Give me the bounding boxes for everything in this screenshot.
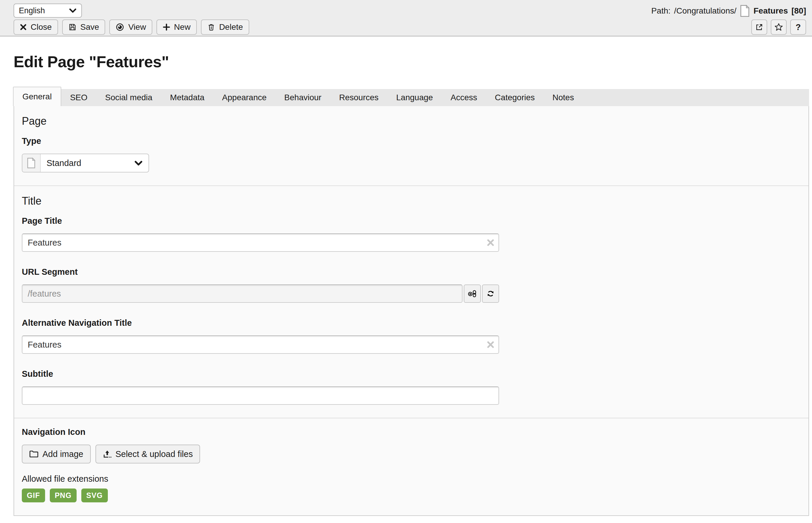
tab-behaviour[interactable]: Behaviour: [276, 89, 330, 106]
close-button[interactable]: Close: [14, 19, 58, 35]
page-title-input[interactable]: [22, 234, 499, 252]
extension-badges: GIF PNG SVG: [22, 488, 801, 502]
help-button[interactable]: ?: [790, 19, 806, 35]
select-upload-files-button-label: Select & upload files: [115, 449, 193, 459]
breadcrumb: Path: /Congratulations/ Features [80]: [651, 5, 806, 17]
extension-badge-svg: SVG: [81, 488, 108, 502]
question-mark-icon: ?: [795, 22, 801, 32]
extension-badge-png: PNG: [50, 488, 77, 502]
open-external-button[interactable]: [751, 19, 767, 35]
open-external-icon: [755, 23, 763, 31]
tab-social-media[interactable]: Social media: [96, 89, 161, 106]
floppy-disk-icon: [68, 23, 77, 31]
file-page-icon: [27, 158, 36, 169]
field-page-title: Page Title: [22, 216, 801, 252]
tab-general[interactable]: General: [13, 87, 61, 106]
tab-notes[interactable]: Notes: [544, 89, 583, 106]
url-preview-button[interactable]: [464, 285, 481, 303]
refresh-icon: [486, 289, 495, 298]
field-subtitle: Subtitle: [22, 369, 801, 405]
upload-icon: [103, 450, 112, 458]
plus-icon: [163, 23, 170, 31]
clear-x-icon[interactable]: [487, 239, 494, 247]
tab-appearance[interactable]: Appearance: [213, 89, 276, 106]
select-upload-files-button[interactable]: Select & upload files: [95, 445, 200, 464]
tab-categories[interactable]: Categories: [486, 89, 544, 106]
delete-button-label: Delete: [219, 22, 243, 32]
topbar: English Path: /Congratulations/ Features…: [0, 0, 812, 37]
add-image-button-label: Add image: [42, 449, 83, 459]
chevron-down-icon: [69, 8, 77, 13]
alt-nav-title-label: Alternative Navigation Title: [22, 318, 801, 328]
alt-nav-title-input[interactable]: [22, 336, 499, 354]
tab-access[interactable]: Access: [442, 89, 486, 106]
quick-actions: ?: [751, 19, 806, 35]
page-title: Edit Page "Features": [14, 53, 812, 71]
entity-id: [80]: [791, 6, 806, 16]
save-button[interactable]: Save: [62, 19, 106, 35]
section-page-heading: Page: [22, 115, 801, 127]
eye-icon: [115, 23, 124, 32]
save-button-label: Save: [80, 22, 99, 32]
eye-link-icon: [468, 289, 477, 298]
extension-badge-gif: GIF: [22, 488, 45, 502]
language-select-value: English: [19, 6, 45, 15]
new-button[interactable]: New: [156, 19, 197, 35]
close-button-label: Close: [31, 22, 52, 32]
field-url-segment: URL Segment: [22, 267, 801, 303]
file-page-icon: [740, 5, 750, 17]
path-label: Path:: [651, 6, 670, 16]
main-area: General SEO Social media Metadata Appear…: [14, 89, 809, 523]
type-label: Type: [22, 136, 801, 146]
subtitle-label: Subtitle: [22, 369, 801, 379]
clear-x-icon[interactable]: [487, 341, 494, 348]
section-title-heading: Title: [22, 195, 801, 207]
path-value: /Congratulations/: [674, 6, 737, 16]
url-regenerate-button[interactable]: [482, 285, 499, 303]
field-alt-nav-title: Alternative Navigation Title: [22, 318, 801, 354]
allowed-file-extensions-label: Allowed file extensions: [22, 474, 801, 484]
section-navigation-icon: Navigation Icon Add image: [14, 418, 809, 515]
toolbar: Close Save View: [14, 19, 249, 35]
favorite-button[interactable]: [771, 19, 787, 35]
page-type-icon-cell: [22, 154, 41, 172]
tab-panel-general: Page Type Standard: [14, 106, 809, 516]
section-page: Page Type Standard: [14, 106, 809, 185]
tab-bar: General SEO Social media Metadata Appear…: [14, 89, 809, 106]
view-button[interactable]: View: [109, 19, 152, 35]
view-button-label: View: [128, 22, 146, 32]
tab-metadata[interactable]: Metadata: [161, 89, 213, 106]
navigation-icon-label: Navigation Icon: [22, 427, 801, 437]
chevron-down-icon: [134, 160, 143, 166]
tab-resources[interactable]: Resources: [330, 89, 388, 106]
x-icon: [20, 23, 27, 31]
new-button-label: New: [174, 22, 191, 32]
add-image-button[interactable]: Add image: [22, 445, 91, 464]
entity-name: Features: [753, 6, 788, 16]
url-segment-input[interactable]: [22, 285, 462, 303]
folder-icon: [29, 450, 39, 458]
star-icon: [774, 23, 783, 32]
page-title-label: Page Title: [22, 216, 801, 226]
tab-language[interactable]: Language: [388, 89, 442, 106]
delete-button[interactable]: Delete: [201, 19, 249, 35]
tab-seo[interactable]: SEO: [61, 89, 96, 106]
language-select[interactable]: English: [14, 3, 82, 18]
subtitle-input[interactable]: [22, 386, 499, 405]
page-type-select[interactable]: Standard: [22, 154, 149, 173]
section-title: Title Page Title URL Segment: [14, 185, 809, 418]
page-type-value: Standard: [46, 158, 81, 168]
trash-icon: [207, 23, 215, 31]
url-segment-label: URL Segment: [22, 267, 801, 277]
